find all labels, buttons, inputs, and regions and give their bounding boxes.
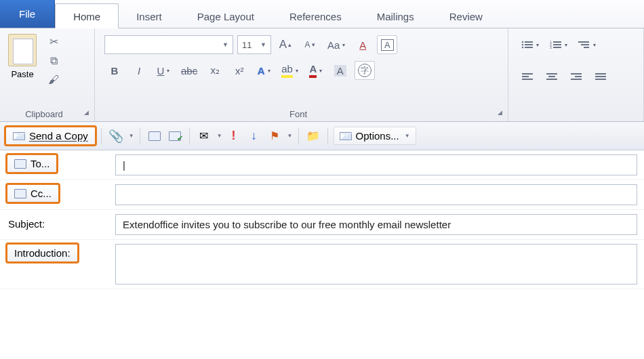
subject-label: Subject: [7, 214, 46, 234]
svg-point-4 [522, 47, 524, 49]
envelope-icon [13, 132, 25, 140]
cc-button[interactable]: Cc... [7, 184, 59, 203]
send-copy-button[interactable]: Send a Copy [5, 127, 96, 145]
clipboard-dialog-launcher-icon[interactable]: ◢ [84, 109, 89, 116]
svg-point-2 [522, 44, 524, 46]
align-center-button[interactable] [542, 68, 563, 87]
font-name-combo[interactable]: ▼ [104, 35, 233, 54]
tab-insert[interactable]: Insert [119, 4, 180, 28]
create-rule-button[interactable]: 📁 [304, 127, 322, 145]
to-field[interactable] [115, 154, 637, 175]
chevron-down-icon: ▼ [222, 41, 228, 48]
book-icon [148, 131, 161, 141]
multilevel-list-button[interactable]: ▾ [575, 35, 599, 54]
numbering-button[interactable]: 123▾ [546, 35, 571, 54]
paperclip-icon: 📎 [108, 129, 123, 144]
high-importance-button[interactable]: ! [225, 127, 243, 145]
group-font: ▼ 11▼ A▴ A▾ Aa▾ A A B I U▾ abc x₂ x² A▾ … [95, 28, 508, 121]
subject-field[interactable]: Extendoffice invites you to subscribe to… [115, 214, 637, 235]
tab-mailings[interactable]: Mailings [359, 4, 432, 28]
chevron-down-icon: ▼ [260, 41, 266, 48]
tab-file[interactable]: File [0, 0, 55, 28]
compose-area: To... Cc... Subject: Extendoffice invite… [0, 150, 644, 289]
follow-up-flag-button[interactable]: ⚑ [266, 127, 283, 145]
ribbon: Paste ✂ ⧉ 🖌 Clipboard◢ ▼ 11▼ A▴ A▾ Aa▾ A… [0, 28, 644, 122]
svg-rect-25 [595, 76, 606, 77]
char-shading-button[interactable]: A [330, 61, 350, 80]
text-effects-button[interactable]: A▾ [254, 61, 274, 80]
format-painter-icon[interactable]: 🖌 [48, 74, 59, 86]
shrink-font-button[interactable]: A▾ [300, 35, 320, 54]
tab-page-layout[interactable]: Page Layout [180, 4, 272, 28]
svg-rect-12 [578, 41, 589, 43]
address-book-button[interactable] [146, 127, 163, 145]
svg-rect-15 [522, 73, 533, 75]
character-border-button[interactable]: A [377, 35, 397, 54]
grow-font-button[interactable]: A▴ [275, 35, 296, 54]
font-size-combo[interactable]: 11▼ [237, 35, 271, 54]
attach-file-button[interactable]: 📎 [107, 127, 125, 145]
permissions-dropdown-icon[interactable]: ▼ [217, 133, 222, 139]
exclamation-icon: ! [232, 129, 236, 143]
permissions-button[interactable]: ✉ [195, 127, 213, 145]
flag-dropdown-icon[interactable]: ▼ [287, 133, 293, 139]
svg-text:3: 3 [550, 45, 552, 49]
to-button[interactable]: To... [7, 154, 57, 173]
envelope-icon [340, 132, 352, 140]
tab-references[interactable]: References [272, 4, 359, 28]
bullets-button[interactable]: ▾ [518, 35, 542, 54]
cc-field[interactable] [115, 184, 637, 205]
attach-dropdown-icon[interactable]: ▼ [129, 133, 134, 139]
book-icon [14, 159, 26, 169]
bold-button[interactable]: B [104, 61, 125, 80]
tab-review[interactable]: Review [432, 4, 500, 28]
cut-icon[interactable]: ✂ [49, 35, 58, 48]
group-paragraph: ▾ 123▾ ▾ [508, 28, 644, 121]
justify-button[interactable] [591, 68, 611, 87]
arrow-down-icon: ↓ [251, 129, 257, 143]
paste-label: Paste [11, 69, 33, 79]
paste-button[interactable]: Paste [4, 31, 41, 79]
italic-button[interactable]: I [129, 61, 149, 80]
svg-rect-5 [525, 47, 533, 48]
svg-rect-18 [546, 73, 557, 75]
introduction-field[interactable] [115, 244, 637, 284]
strikethrough-button[interactable]: abc [178, 61, 201, 80]
font-color-button[interactable]: A▾ [306, 61, 326, 80]
highlight-button[interactable]: ab▾ [278, 61, 302, 80]
check-names-button[interactable]: ✔ [166, 127, 184, 145]
clear-formatting-button[interactable]: A [353, 35, 373, 54]
svg-rect-16 [522, 76, 529, 77]
svg-rect-23 [571, 79, 582, 80]
tab-home[interactable]: Home [55, 3, 119, 28]
group-label-font: Font◢ [99, 108, 504, 120]
change-case-button[interactable]: Aa▾ [324, 35, 348, 54]
low-importance-button[interactable]: ↓ [245, 127, 263, 145]
svg-rect-3 [525, 44, 533, 45]
svg-rect-17 [522, 79, 533, 80]
copy-icon[interactable]: ⧉ [50, 55, 58, 67]
ribbon-tabbar: File Home Insert Page Layout References … [0, 0, 644, 28]
svg-rect-9 [553, 44, 561, 45]
book-icon [14, 189, 26, 198]
subscript-button[interactable]: x₂ [205, 61, 225, 80]
mail-options-button[interactable]: Options... ▼ [334, 127, 416, 145]
svg-rect-7 [553, 41, 561, 43]
font-dialog-launcher-icon[interactable]: ◢ [498, 109, 502, 116]
mail-toolbar: Send a Copy 📎 ▼ ✔ ✉ ▼ ! ↓ ⚑ ▼ 📁 Options.… [0, 122, 644, 150]
underline-button[interactable]: U▾ [153, 61, 174, 80]
align-left-button[interactable] [518, 68, 538, 87]
superscript-button[interactable]: x² [229, 61, 249, 80]
introduction-button[interactable]: Introduction: [7, 244, 78, 262]
align-right-button[interactable] [567, 68, 587, 87]
enclose-char-button[interactable]: 字 [355, 61, 375, 80]
svg-rect-21 [571, 73, 582, 75]
svg-rect-1 [525, 41, 533, 43]
book-check-icon: ✔ [169, 131, 181, 141]
svg-rect-20 [546, 79, 557, 80]
svg-rect-26 [595, 79, 606, 80]
svg-rect-19 [548, 76, 555, 77]
folder-icon: 📁 [306, 129, 320, 142]
paste-icon [8, 34, 37, 66]
group-label-clipboard: Clipboard◢ [4, 108, 90, 120]
